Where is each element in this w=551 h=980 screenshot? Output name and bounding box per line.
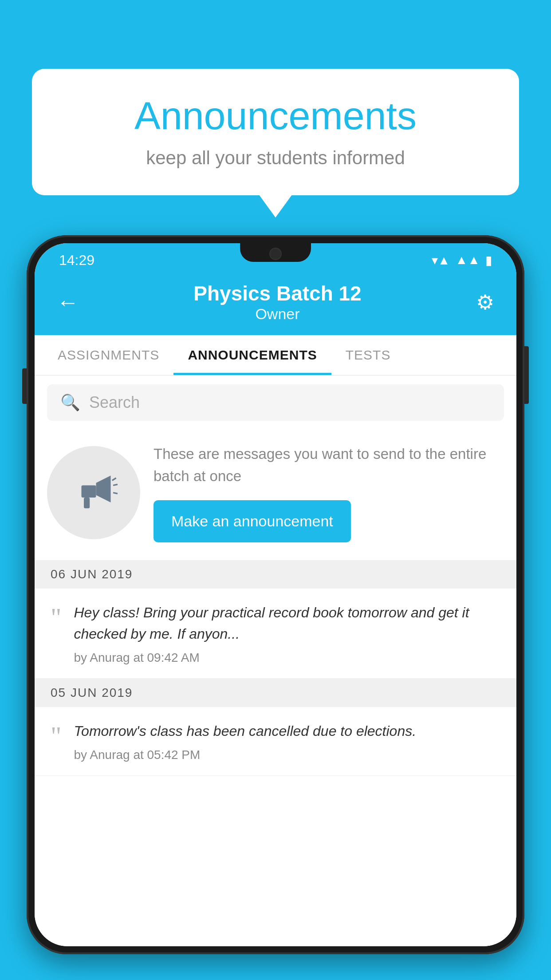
phone-frame: 14:29 ▾▲ ▲▲ ▮ ← Physics Batch 12 Owner ⚙… — [27, 235, 524, 954]
signal-icon: ▲▲ — [456, 253, 480, 267]
speech-bubble-subtitle: keep all your students informed — [67, 147, 484, 169]
announcement-content-2: Tomorrow's class has been cancelled due … — [74, 720, 417, 762]
volume-button — [22, 368, 27, 404]
status-icons: ▾▲ ▲▲ ▮ — [432, 253, 492, 268]
batch-name: Physics Batch 12 — [79, 281, 476, 305]
tabs-container: ASSIGNMENTS ANNOUNCEMENTS TESTS — [35, 335, 516, 375]
announcement-message-1: Hey class! Bring your practical record b… — [74, 602, 501, 644]
quote-icon-2: " — [51, 723, 62, 762]
promo-description: These are messages you want to send to t… — [153, 443, 504, 487]
announcement-message-2: Tomorrow's class has been cancelled due … — [74, 720, 417, 742]
phone-notch — [240, 243, 311, 262]
search-placeholder: Search — [89, 393, 140, 412]
tab-tests[interactable]: TESTS — [331, 335, 405, 375]
wifi-icon: ▾▲ — [432, 253, 450, 268]
announcement-author-1: by Anurag at 09:42 AM — [74, 651, 501, 665]
status-time: 14:29 — [59, 252, 94, 269]
battery-icon: ▮ — [485, 253, 492, 268]
announcement-item-1[interactable]: " Hey class! Bring your practical record… — [35, 589, 516, 679]
speech-bubble-title: Announcements — [67, 93, 484, 138]
phone-screen: 14:29 ▾▲ ▲▲ ▮ ← Physics Batch 12 Owner ⚙… — [35, 243, 516, 946]
quote-icon-1: " — [51, 604, 62, 665]
phone-container: 14:29 ▾▲ ▲▲ ▮ ← Physics Batch 12 Owner ⚙… — [27, 235, 524, 980]
date-label-1: 06 JUN 2019 — [51, 567, 133, 581]
svg-rect-5 — [84, 498, 90, 508]
speech-bubble: Announcements keep all your students inf… — [32, 69, 519, 195]
date-separator-1: 06 JUN 2019 — [35, 560, 516, 589]
header-title-area: Physics Batch 12 Owner — [79, 281, 476, 323]
svg-line-4 — [113, 493, 118, 494]
search-bar[interactable]: 🔍 Search — [47, 384, 504, 421]
svg-line-2 — [112, 478, 116, 481]
speech-bubble-container: Announcements keep all your students inf… — [32, 69, 519, 195]
announcement-content-1: Hey class! Bring your practical record b… — [74, 602, 501, 665]
app-header: ← Physics Batch 12 Owner ⚙ — [35, 273, 516, 335]
date-separator-2: 05 JUN 2019 — [35, 679, 516, 707]
svg-rect-1 — [82, 486, 96, 498]
svg-line-3 — [113, 484, 118, 485]
search-icon: 🔍 — [60, 393, 80, 412]
screen-content: 🔍 Search — [35, 375, 516, 946]
megaphone-icon — [69, 468, 118, 517]
batch-role: Owner — [79, 305, 476, 323]
promo-icon-circle — [47, 446, 140, 539]
tab-announcements[interactable]: ANNOUNCEMENTS — [173, 335, 331, 375]
tab-assignments[interactable]: ASSIGNMENTS — [43, 335, 173, 375]
search-bar-container: 🔍 Search — [35, 375, 516, 430]
make-announcement-button[interactable]: Make an announcement — [153, 500, 351, 542]
svg-marker-0 — [96, 476, 111, 503]
power-button — [524, 346, 529, 404]
date-label-2: 05 JUN 2019 — [51, 686, 133, 700]
back-button[interactable]: ← — [57, 289, 79, 315]
phone-camera — [269, 248, 282, 260]
promo-right: These are messages you want to send to t… — [153, 443, 504, 542]
announcement-item-2[interactable]: " Tomorrow's class has been cancelled du… — [35, 707, 516, 776]
settings-button[interactable]: ⚙ — [476, 290, 494, 314]
announcement-author-2: by Anurag at 05:42 PM — [74, 748, 417, 762]
announcement-promo: These are messages you want to send to t… — [35, 430, 516, 560]
